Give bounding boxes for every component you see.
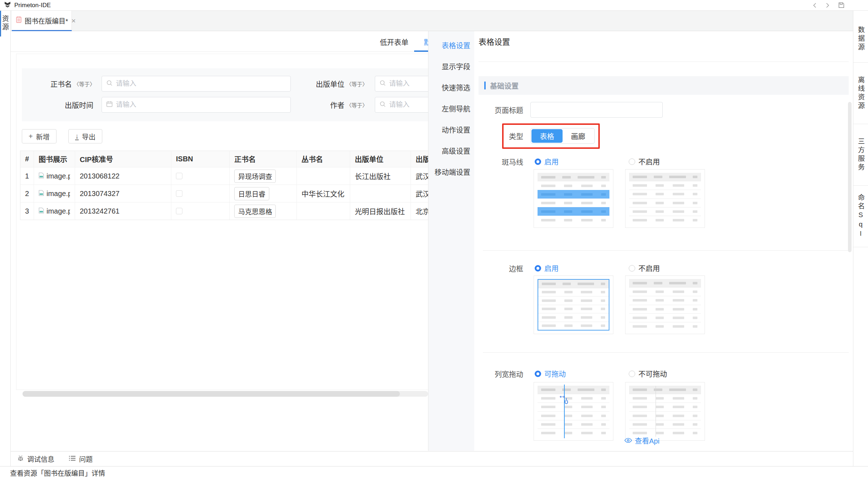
title-tag[interactable]: 异现场调查 <box>234 170 276 183</box>
status-bar: 查看资源「图书在版编目」详情 <box>0 466 868 479</box>
editor-tab-label: 图书在版编目* <box>25 16 68 25</box>
col-header-isbn: ISBN <box>171 151 230 167</box>
cell-publisher: 长江出版社 <box>350 167 411 185</box>
page-title-input[interactable] <box>530 102 663 118</box>
type-option-gallery[interactable]: 画廊 <box>563 129 594 143</box>
app-logo-icon <box>4 1 11 10</box>
left-rail: 资源 <box>0 11 11 466</box>
col-header-place: 出版地 <box>411 151 428 167</box>
filter-label-author: 作者 〈等于〉 <box>236 97 368 113</box>
image-file-icon <box>39 207 44 215</box>
border-off-preview[interactable] <box>625 275 705 334</box>
app-window: Primeton-IDE 资源 图书在版编目* × <box>0 0 868 479</box>
table-header-row: # 图书展示 CIP核准号 ISBN 正书名 丛书名 出版单位 出版地 <box>20 151 428 167</box>
view-tab-lowcode-form[interactable]: 低开表单 <box>380 37 408 47</box>
zebra-off-preview[interactable] <box>625 169 705 228</box>
rail-tab-datasource[interactable]: 数据源 <box>853 15 868 63</box>
nav-table-settings[interactable]: 表格设置 <box>428 35 474 56</box>
debug-icon <box>17 455 24 463</box>
view-tab-active-underline <box>414 50 428 52</box>
table-row: 3 image.png 2013242761 马克思恩格 光明日报出版社 北京 <box>20 202 428 220</box>
radio-unselected-icon <box>629 158 635 165</box>
nav-mobile-settings[interactable]: 移动端设置 <box>428 161 474 182</box>
view-tab-divider <box>11 52 428 52</box>
col-drag-on-preview[interactable]: ↔ <box>534 382 613 441</box>
filter-input-publisher-field[interactable] <box>389 80 428 88</box>
cell-index: 1 <box>20 167 34 185</box>
filter-panel: 正书名 〈等于〉 出版单位 〈等于〉 <box>22 68 428 121</box>
col-drag-previews: ↔ <box>534 382 705 441</box>
zebra-disable-radio[interactable]: 不启用 <box>629 156 660 167</box>
scrollbar-thumb[interactable] <box>23 391 400 397</box>
col-drag-enable-radio[interactable]: 可拖动 <box>535 368 566 379</box>
save-icon[interactable] <box>838 2 845 9</box>
form-card: 正书名 〈等于〉 出版单位 〈等于〉 <box>16 54 428 390</box>
cell-image[interactable]: image.png <box>39 172 70 180</box>
list-icon <box>69 455 76 463</box>
cell-series <box>297 167 350 185</box>
close-icon[interactable]: × <box>71 17 75 24</box>
col-header-series: 丛书名 <box>297 151 350 167</box>
nav-forward-icon[interactable] <box>825 3 830 8</box>
cell-index: 2 <box>20 185 34 202</box>
books-table: # 图书展示 CIP核准号 ISBN 正书名 丛书名 出版单位 出版地 1 im… <box>20 151 428 220</box>
cell-cip: 2013242761 <box>75 202 171 220</box>
border-enable-radio[interactable]: 启用 <box>535 263 559 273</box>
isbn-checkbox[interactable] <box>176 173 182 179</box>
nav-action-settings[interactable]: 动作设置 <box>428 119 474 140</box>
hand-cursor-icon <box>564 397 569 406</box>
nav-left-navigation[interactable]: 左侧导航 <box>428 98 474 119</box>
cell-cip: 2013074327 <box>75 185 171 202</box>
isbn-checkbox[interactable] <box>176 190 182 197</box>
zebra-label: 斑马线 <box>479 157 523 167</box>
nav-display-fields[interactable]: 显示字段 <box>428 56 474 77</box>
problems-item[interactable]: 问题 <box>69 454 93 464</box>
rail-tab-resources-label: 资源 <box>0 15 10 31</box>
border-on-preview[interactable] <box>534 275 613 334</box>
divider <box>483 352 849 353</box>
settings-title: 表格设置 <box>479 35 510 47</box>
radio-selected-icon <box>535 158 541 165</box>
border-disable-radio[interactable]: 不启用 <box>629 263 660 273</box>
col-drag-disable-radio[interactable]: 不可拖动 <box>629 368 667 379</box>
type-segmented-control: 表格 画廊 <box>530 128 595 144</box>
filter-label-pubdate: 出版时间 <box>22 97 95 113</box>
col-header-cip: CIP核准号 <box>75 151 171 167</box>
zebra-enable-radio[interactable]: 启用 <box>535 156 559 167</box>
zebra-on-preview[interactable] <box>534 169 613 228</box>
type-label: 类型 <box>479 131 523 141</box>
title-tag[interactable]: 日思日睿 <box>234 187 269 200</box>
vertical-scrollbar-thumb[interactable] <box>848 102 852 252</box>
filter-input-author[interactable] <box>375 97 428 113</box>
cell-series: 中华长江文化 <box>297 185 350 202</box>
nav-quick-filter[interactable]: 快速筛选 <box>428 77 474 98</box>
type-option-table[interactable]: 表格 <box>531 129 563 143</box>
export-button[interactable]: ↓ 导出 <box>68 129 102 143</box>
add-button[interactable]: + 新增 <box>22 129 57 143</box>
debug-info-item[interactable]: 调试信息 <box>17 454 54 464</box>
rail-tab-third-party-services[interactable]: 三方服务 <box>853 124 868 186</box>
eye-icon <box>624 436 632 445</box>
editor-tabstrip: 图书在版编目* × <box>11 11 853 31</box>
rail-tab-named-sql[interactable]: 命名Sql <box>853 186 868 247</box>
view-tab-default[interactable]: 默 <box>424 37 428 47</box>
cell-publisher <box>350 185 411 202</box>
search-icon <box>379 101 386 109</box>
filter-input-author-field[interactable] <box>389 101 428 109</box>
nav-advanced-settings[interactable]: 高级设置 <box>428 140 474 161</box>
cell-image[interactable]: image.png <box>39 207 70 215</box>
editor-tab[interactable]: 图书在版编目* × <box>12 11 72 31</box>
title-tag[interactable]: 马克思恩格 <box>234 205 276 218</box>
nav-back-icon[interactable] <box>812 3 817 8</box>
rail-tab-offline-resources[interactable]: 离线资源 <box>853 63 868 124</box>
filter-input-publisher[interactable] <box>375 76 428 92</box>
cell-image[interactable]: image.png <box>39 190 70 198</box>
horizontal-scrollbar[interactable] <box>23 391 428 397</box>
cell-index: 3 <box>20 202 34 220</box>
settings-content: 表格设置 基础设置 页面标题 类型 表格 画廊 <box>474 31 853 451</box>
col-drag-off-preview[interactable] <box>625 382 705 441</box>
radio-unselected-icon <box>629 371 635 377</box>
view-api-link[interactable]: 查看Api <box>624 435 659 446</box>
isbn-checkbox[interactable] <box>176 208 182 214</box>
rail-tab-resources[interactable]: 资源 <box>0 11 10 36</box>
